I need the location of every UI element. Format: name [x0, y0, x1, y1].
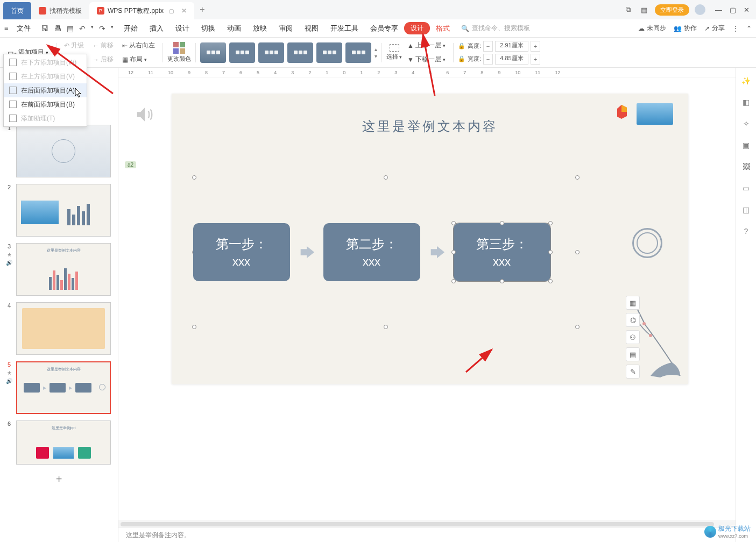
- slide-panel[interactable]: 1 2 3★🔊这里是举例文本内容 4 5★🔊这里是举例文本内容▶▶ 6这里是举例…: [0, 68, 118, 542]
- height-minus[interactable]: −: [483, 41, 493, 52]
- style-2[interactable]: [229, 42, 255, 63]
- move-back-button[interactable]: →后移: [89, 53, 117, 66]
- height-lock-icon[interactable]: 🔒: [458, 42, 465, 49]
- style-5[interactable]: [316, 42, 342, 63]
- style-4[interactable]: [287, 42, 313, 63]
- width-minus[interactable]: −: [483, 54, 493, 65]
- rs-magic-icon[interactable]: ✨: [741, 75, 752, 86]
- change-color-button[interactable]: 更改颜色: [167, 42, 191, 63]
- move-front-button[interactable]: ←前移: [89, 39, 117, 52]
- ft-notes-icon[interactable]: ▤: [626, 347, 640, 361]
- menu-file[interactable]: 文件: [11, 24, 37, 33]
- dd-add-above[interactable]: 在上方添加项目(V): [4, 69, 87, 83]
- menu-format[interactable]: 格式: [430, 24, 456, 33]
- thumb-3[interactable]: 这里是举例文本内容: [16, 243, 111, 296]
- thumb-2[interactable]: [16, 184, 111, 237]
- width-plus[interactable]: +: [531, 54, 540, 65]
- qat-print-icon[interactable]: 🖶: [54, 24, 61, 33]
- menu-insert[interactable]: 插入: [144, 24, 169, 33]
- menu-animation[interactable]: 动画: [221, 24, 247, 33]
- dd-add-assistant[interactable]: 添加助理(T): [4, 111, 87, 125]
- tab-close-icon[interactable]: ✕: [181, 7, 187, 15]
- more-vert-icon[interactable]: ⋮: [732, 25, 739, 32]
- qat-undo-icon[interactable]: ↶: [79, 24, 86, 33]
- qat-preview-icon[interactable]: ▤: [67, 24, 74, 33]
- rs-cube-icon[interactable]: ◫: [741, 204, 752, 215]
- collapse-icon[interactable]: ⌃: [746, 25, 752, 32]
- ft-hierarchy-icon[interactable]: ⌬: [626, 313, 640, 327]
- menu-member[interactable]: 会员专享: [364, 24, 404, 33]
- layout-icon[interactable]: ⧉: [623, 5, 633, 14]
- unsync-button[interactable]: ☁未同步: [638, 24, 666, 33]
- qat-undo-drop-icon[interactable]: ▾: [91, 24, 94, 33]
- style-gallery[interactable]: ▴ ▾: [200, 42, 377, 63]
- qat-save-icon[interactable]: 🖫: [41, 24, 48, 33]
- height-input[interactable]: 2.91厘米: [495, 41, 528, 52]
- dd-add-before[interactable]: 在前面添加项目(B): [4, 97, 87, 111]
- qat-redo-icon[interactable]: ↷: [99, 24, 105, 33]
- new-tab-button[interactable]: +: [194, 5, 210, 15]
- layout-button[interactable]: ▦布局▾: [119, 53, 158, 66]
- slide-canvas[interactable]: 这里是举例文本内容 第一步：xxx 第二步：xxx 第三: [172, 94, 688, 384]
- upgrade-button[interactable]: ↶升级: [61, 39, 87, 52]
- slide-title[interactable]: 这里是举例文本内容: [172, 118, 688, 135]
- down-layer-button[interactable]: ▼下移一层▾: [404, 53, 449, 66]
- rs-book-icon[interactable]: ▭: [741, 183, 752, 194]
- horizontal-scrollbar[interactable]: [118, 520, 736, 527]
- login-button[interactable]: 立即登录: [655, 4, 689, 16]
- search-box[interactable]: 🔍 查找命令、搜索模板: [461, 24, 553, 33]
- thumb-4[interactable]: [16, 302, 111, 355]
- style-6[interactable]: [345, 42, 371, 63]
- apps-icon[interactable]: ▦: [639, 5, 649, 14]
- rs-star-icon[interactable]: ✧: [741, 118, 752, 129]
- tab-template[interactable]: 找稻壳模板: [31, 2, 89, 19]
- menu-devtools[interactable]: 开发工具: [324, 24, 364, 33]
- rtl-button[interactable]: ⇤从右向左: [119, 39, 158, 52]
- ft-org-icon[interactable]: ⚇: [626, 330, 640, 344]
- avatar-icon[interactable]: [695, 4, 705, 15]
- hamburger-icon[interactable]: ≡: [4, 24, 9, 32]
- menu-start[interactable]: 开始: [118, 24, 144, 33]
- notes-area[interactable]: 这里是举例备注内容。: [118, 527, 736, 542]
- speaker-icon[interactable]: [135, 104, 155, 125]
- thumb-1[interactable]: [16, 125, 111, 177]
- menu-transition[interactable]: 切换: [195, 24, 221, 33]
- add-slide-button[interactable]: +: [0, 468, 118, 490]
- style-3[interactable]: [258, 42, 284, 63]
- thumb-5[interactable]: 这里是举例文本内容▶▶: [16, 361, 111, 414]
- rs-image-icon[interactable]: 🖼: [741, 161, 752, 172]
- tab-document[interactable]: P WPS PPT教程.pptx ▢ ✕: [89, 2, 194, 19]
- window-minimize[interactable]: —: [715, 6, 722, 14]
- menu-design[interactable]: 设计: [169, 24, 195, 33]
- menu-view[interactable]: 视图: [299, 24, 324, 33]
- rs-style-icon[interactable]: ◧: [741, 97, 752, 108]
- menu-smartart-design[interactable]: 设计: [404, 22, 430, 34]
- up-layer-button[interactable]: ▲上移一层▾: [404, 39, 449, 52]
- rs-layout-icon[interactable]: ▣: [741, 140, 752, 151]
- ft-layout-icon[interactable]: ▦: [626, 296, 640, 310]
- ft-pen-icon[interactable]: ✎: [626, 365, 640, 379]
- step-box-3[interactable]: 第三步：xxx: [454, 223, 550, 281]
- style-1[interactable]: [200, 42, 226, 63]
- step-box-2[interactable]: 第二步：xxx: [323, 223, 420, 281]
- step-box-1[interactable]: 第一步：xxx: [193, 223, 290, 281]
- width-lock-icon[interactable]: 🔒: [458, 55, 465, 62]
- share-button[interactable]: ↗分享: [704, 24, 725, 33]
- qat-more-icon[interactable]: ▾: [111, 24, 114, 33]
- tab-restore-icon[interactable]: ▢: [169, 8, 174, 14]
- window-maximize[interactable]: ▢: [730, 6, 736, 14]
- tab-home[interactable]: 首页: [3, 2, 31, 19]
- height-plus[interactable]: +: [531, 41, 540, 52]
- rs-help-icon[interactable]: ?: [741, 226, 752, 237]
- coop-button[interactable]: 👥协作: [674, 24, 697, 33]
- dd-add-after[interactable]: 在后面添加项目(A): [4, 83, 87, 97]
- menu-review[interactable]: 审阅: [273, 24, 299, 33]
- gallery-down-icon[interactable]: ▾: [375, 53, 377, 59]
- menu-slideshow[interactable]: 放映: [247, 24, 273, 33]
- dd-add-below[interactable]: 在下方添加项目(W): [4, 55, 87, 69]
- select-button[interactable]: 选择▾: [386, 44, 402, 61]
- smartart-group[interactable]: 第一步：xxx 第二步：xxx 第三步：xxx: [193, 220, 667, 284]
- thumb-6[interactable]: 这里是举例ppt: [16, 420, 111, 465]
- window-close[interactable]: ✕: [744, 6, 750, 14]
- width-input[interactable]: 4.85厘米: [495, 54, 528, 65]
